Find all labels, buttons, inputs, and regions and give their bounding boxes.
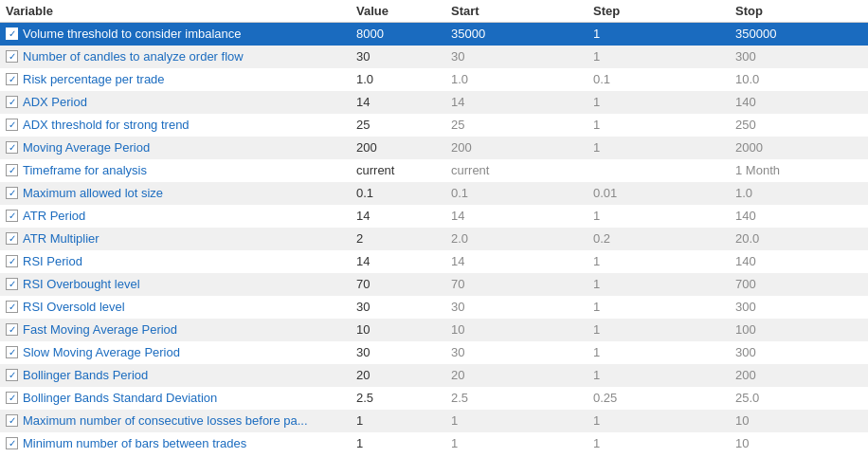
- row-checkbox[interactable]: [6, 187, 18, 199]
- table-row[interactable]: Maximum number of consecutive losses bef…: [0, 410, 868, 432]
- variable-label: RSI Period: [23, 254, 82, 268]
- start-cell: 14: [445, 91, 588, 114]
- start-cell: 200: [445, 137, 588, 159]
- row-checkbox[interactable]: [6, 278, 18, 290]
- table-row[interactable]: Number of candles to analyze order flow3…: [0, 46, 868, 68]
- start-cell: 10: [445, 319, 588, 341]
- variable-cell: Maximum number of consecutive losses bef…: [0, 410, 351, 432]
- value-cell: 14: [351, 250, 445, 273]
- variable-label: Risk percentage per trade: [23, 72, 165, 86]
- stop-cell: 20.0: [730, 228, 868, 250]
- start-cell: 1.0: [445, 68, 588, 91]
- row-checkbox[interactable]: [6, 346, 18, 358]
- variable-label: ADX Period: [23, 95, 87, 109]
- step-cell: 0.01: [588, 182, 730, 205]
- variable-label: Timeframe for analysis: [23, 163, 147, 177]
- row-checkbox[interactable]: [6, 210, 18, 222]
- table-row[interactable]: ADX Period14141140: [0, 91, 868, 114]
- table-row[interactable]: Timeframe for analysiscurrentcurrent1 Mo…: [0, 159, 868, 182]
- row-checkbox[interactable]: [6, 119, 18, 131]
- value-cell: 200: [351, 137, 445, 159]
- value-cell: 2: [351, 228, 445, 250]
- variable-cell: Bollinger Bands Period: [0, 364, 351, 387]
- stop-cell: 350000: [730, 23, 868, 46]
- variable-cell: Volume threshold to consider imbalance: [0, 23, 351, 46]
- value-cell: 30: [351, 341, 445, 364]
- stop-cell: 10: [730, 432, 868, 455]
- step-cell: 1: [588, 432, 730, 455]
- row-checkbox[interactable]: [6, 392, 18, 404]
- table-row[interactable]: RSI Overbought level70701700: [0, 273, 868, 296]
- table-row[interactable]: Bollinger Bands Standard Deviation2.52.5…: [0, 387, 868, 410]
- stop-cell: 10.0: [730, 68, 868, 91]
- step-cell: 1: [588, 273, 730, 296]
- stop-cell: 100: [730, 319, 868, 341]
- step-cell: 0.25: [588, 387, 730, 410]
- table-row[interactable]: Moving Average Period20020012000: [0, 137, 868, 159]
- row-checkbox[interactable]: [6, 27, 18, 40]
- variable-cell: ATR Multiplier: [0, 228, 351, 250]
- variable-label: Bollinger Bands Standard Deviation: [23, 391, 217, 405]
- table-row[interactable]: Bollinger Bands Period20201200: [0, 364, 868, 387]
- start-cell: 35000: [445, 23, 588, 46]
- table-row[interactable]: Maximum allowed lot size0.10.10.011.0: [0, 182, 868, 205]
- step-cell: 1: [588, 341, 730, 364]
- table-row[interactable]: Minimum number of bars between trades111…: [0, 432, 868, 455]
- row-checkbox[interactable]: [6, 437, 18, 449]
- row-checkbox[interactable]: [6, 50, 18, 63]
- variable-cell: ADX threshold for strong trend: [0, 114, 351, 137]
- start-cell: 30: [445, 296, 588, 319]
- row-checkbox[interactable]: [6, 323, 18, 336]
- stop-cell: 1.0: [730, 182, 868, 205]
- step-cell: 1: [588, 137, 730, 159]
- value-cell: 70: [351, 273, 445, 296]
- stop-cell: 2000: [730, 137, 868, 159]
- variable-cell: Moving Average Period: [0, 137, 351, 159]
- variable-label: Maximum number of consecutive losses bef…: [23, 413, 308, 428]
- step-cell: 1: [588, 410, 730, 432]
- row-checkbox[interactable]: [6, 232, 18, 245]
- start-cell: 20: [445, 364, 588, 387]
- value-cell: 14: [351, 91, 445, 114]
- variable-label: Bollinger Bands Period: [23, 368, 148, 382]
- variable-cell: ADX Period: [0, 91, 351, 114]
- stop-cell: 300: [730, 46, 868, 68]
- table-row[interactable]: ADX threshold for strong trend25251250: [0, 114, 868, 137]
- row-checkbox[interactable]: [6, 301, 18, 313]
- variable-label: RSI Oversold level: [23, 300, 125, 314]
- row-checkbox[interactable]: [6, 369, 18, 381]
- row-checkbox[interactable]: [6, 96, 18, 108]
- value-cell: 20: [351, 364, 445, 387]
- variable-cell: Timeframe for analysis: [0, 159, 351, 182]
- stop-cell: 250: [730, 114, 868, 137]
- variable-label: ADX threshold for strong trend: [23, 118, 190, 132]
- table-row[interactable]: ATR Multiplier22.00.220.0: [0, 228, 868, 250]
- start-cell: 0.1: [445, 182, 588, 205]
- table-row[interactable]: Fast Moving Average Period10101100: [0, 319, 868, 341]
- row-checkbox[interactable]: [6, 73, 18, 85]
- table-row[interactable]: ATR Period14141140: [0, 205, 868, 228]
- table-row[interactable]: RSI Oversold level30301300: [0, 296, 868, 319]
- value-cell: 30: [351, 296, 445, 319]
- table-row[interactable]: Risk percentage per trade1.01.00.110.0: [0, 68, 868, 91]
- table-row[interactable]: RSI Period14141140: [0, 250, 868, 273]
- table-row[interactable]: Slow Moving Average Period30301300: [0, 341, 868, 364]
- variable-label: Maximum allowed lot size: [23, 186, 163, 200]
- step-cell: 1: [588, 250, 730, 273]
- row-checkbox[interactable]: [6, 164, 18, 176]
- table-row[interactable]: Volume threshold to consider imbalance80…: [0, 23, 868, 46]
- variable-cell: ATR Period: [0, 205, 351, 228]
- value-cell: 1: [351, 410, 445, 432]
- value-cell: 1.0: [351, 68, 445, 91]
- variable-cell: Bollinger Bands Standard Deviation: [0, 387, 351, 410]
- variable-label: Moving Average Period: [23, 140, 150, 155]
- row-checkbox[interactable]: [6, 255, 18, 267]
- row-checkbox[interactable]: [6, 414, 18, 427]
- row-checkbox[interactable]: [6, 141, 18, 154]
- start-cell: 2.0: [445, 228, 588, 250]
- variable-label: Fast Moving Average Period: [23, 322, 177, 337]
- variable-cell: RSI Period: [0, 250, 351, 273]
- stop-cell: 200: [730, 364, 868, 387]
- variable-label: ATR Period: [23, 209, 85, 223]
- value-cell: 25: [351, 114, 445, 137]
